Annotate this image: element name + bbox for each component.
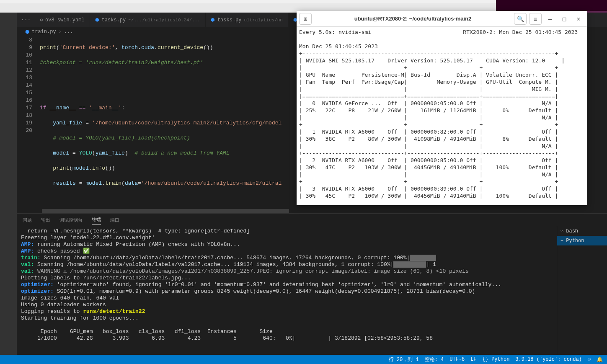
- breadcrumb-file: train.py: [32, 29, 56, 35]
- status-encoding[interactable]: UTF-8: [449, 356, 465, 362]
- session-python[interactable]: ⌁ Python: [557, 236, 607, 245]
- panel-tabs: 问题 输出 调试控制台 终端 端口: [17, 214, 607, 226]
- terminal-icon: ⌁: [561, 238, 563, 244]
- status-language[interactable]: {} Python: [483, 356, 510, 362]
- panel-tab-terminal[interactable]: 终端: [92, 215, 101, 225]
- tab-tasks-2[interactable]: ⬢ tasks.py ultralytics/nn: [206, 13, 288, 27]
- tab-yaml[interactable]: ⚙ ov8-swin.yaml: [35, 13, 90, 27]
- feedback-icon[interactable]: ☺: [588, 356, 591, 362]
- status-bar[interactable]: 行 20，列 1 空格: 4 UTF-8 LF {} Python 3.9.18…: [0, 355, 607, 364]
- tab-subtext: ultralytics/nn: [244, 18, 283, 23]
- line-gutter: 89 1011 1213 1415 1617 1819 20: [17, 36, 40, 209]
- python-file-icon: ⬢: [95, 17, 99, 23]
- desktop-topbar: [496, 0, 607, 11]
- status-line-col[interactable]: 行 20，列 1: [389, 356, 419, 363]
- minimize-icon[interactable]: —: [544, 15, 556, 22]
- tabs-overflow-icon[interactable]: ···: [17, 13, 35, 27]
- terminal-titlebar[interactable]: ⊞ ubuntu@RTX2080-2: ~/code/ultralytics-m…: [297, 11, 587, 27]
- panel-tab-debug[interactable]: 调试控制台: [59, 215, 83, 225]
- gnome-terminal-window[interactable]: ⊞ ubuntu@RTX2080-2: ~/code/ultralytics-m…: [297, 11, 587, 205]
- chevron-right-icon: ›: [59, 29, 62, 35]
- activity-bar[interactable]: [0, 13, 17, 364]
- panel-tab-output[interactable]: 输出: [41, 215, 50, 225]
- notifications-icon[interactable]: 🔔: [597, 356, 603, 363]
- tab-label: ov8-swin.yaml: [45, 17, 85, 23]
- terminal-content[interactable]: Every 5.0s: nvidia-smi RTX2080-2: Mon De…: [297, 27, 587, 205]
- session-label: Python: [566, 238, 584, 244]
- panel-tab-ports[interactable]: 端口: [110, 215, 119, 225]
- search-button[interactable]: 🔍: [514, 13, 527, 25]
- panel-tab-problems[interactable]: 问题: [23, 215, 32, 225]
- bottom-panel: 问题 输出 调试控制台 终端 端口 return _VF.meshgrid(te…: [17, 213, 607, 364]
- python-file-icon: ⬢: [25, 29, 29, 35]
- terminal-icon: ⌁: [561, 228, 563, 234]
- status-python-version[interactable]: 3.9.18 ('yolo': conda): [515, 356, 581, 362]
- horizontal-scrollbar[interactable]: [17, 209, 607, 213]
- status-spaces[interactable]: 空格: 4: [425, 356, 444, 363]
- close-icon[interactable]: ×: [573, 15, 584, 22]
- tab-label: tasks.py: [102, 17, 126, 23]
- tab-label: tasks.py: [217, 17, 242, 23]
- status-eol[interactable]: LF: [470, 356, 476, 362]
- breadcrumb-more: ...: [64, 29, 73, 35]
- session-bash[interactable]: ⌁ bash: [557, 226, 607, 236]
- terminal-body: return _VF.meshgrid(tensors, **kwargs) #…: [17, 226, 607, 364]
- yaml-file-icon: ⚙: [40, 17, 43, 23]
- scrollbar-thumb[interactable]: [42, 209, 289, 213]
- session-label: bash: [566, 228, 578, 234]
- tab-tasks-1[interactable]: ⬢ tasks.py ~/.../ultralytics10.24/...: [90, 13, 206, 27]
- hamburger-button[interactable]: ≡: [529, 13, 542, 25]
- terminal-output[interactable]: return _VF.meshgrid(tensors, **kwargs) #…: [17, 226, 557, 364]
- python-file-icon: ⬢: [211, 17, 215, 23]
- terminal-sessions: ⌁ bash ⌁ Python: [557, 226, 607, 364]
- maximize-icon[interactable]: □: [558, 15, 570, 22]
- new-tab-button[interactable]: ⊞: [299, 13, 312, 25]
- tab-subtext: ~/.../ultralytics10.24/...: [128, 18, 200, 23]
- terminal-title: ubuntu@RTX2080-2: ~/code/ultralytics-mai…: [314, 15, 511, 22]
